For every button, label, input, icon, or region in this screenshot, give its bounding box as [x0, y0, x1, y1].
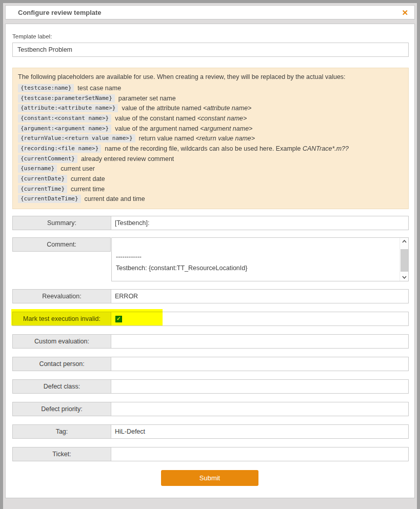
placeholder-description: return value named <return value name> — [139, 135, 255, 142]
close-icon[interactable]: ✕ — [402, 9, 408, 16]
mark-invalid-label: Mark test execution invalid: — [13, 312, 111, 325]
placeholder-intro-text: The following placeholders are available… — [18, 73, 403, 82]
placeholder-description: name of the recording file, wildcards ca… — [105, 145, 349, 152]
placeholder-item: {recording:<file name>} name of the reco… — [18, 144, 403, 154]
contact-person-input[interactable] — [111, 357, 408, 371]
placeholder-description: parameter set name — [118, 95, 176, 102]
placeholder-description: test case name — [77, 85, 121, 92]
placeholder-item: {testcase:name} test case name — [18, 83, 403, 93]
scroll-up-icon[interactable] — [400, 238, 409, 245]
row-defect-class: Defect class: — [12, 379, 409, 394]
placeholder-description: value of the constant named <constant na… — [115, 115, 247, 122]
placeholder-chip: {username} — [18, 165, 57, 173]
comment-text[interactable]: ------------ Testbench: {constant:TT_Res… — [112, 238, 399, 281]
row-summary: Summary: — [12, 216, 409, 230]
tag-input[interactable] — [111, 425, 408, 438]
placeholder-help-box: The following placeholders are available… — [12, 68, 409, 209]
row-tag: Tag: — [12, 424, 409, 439]
row-reevaluation: Reevaluation: — [12, 289, 409, 303]
placeholder-description: value of the attribute named <attribute … — [122, 105, 251, 112]
custom-evaluation-label: Custom evaluation: — [13, 335, 111, 348]
placeholder-item: {currentComment} already entered review … — [18, 154, 403, 164]
placeholder-item: {attribute:<attribute name>} value of th… — [18, 103, 403, 113]
dialog-title: Configure review template — [18, 9, 102, 16]
placeholder-item: {currentDate} current date — [18, 174, 403, 184]
placeholder-chip: {constant:<constant name>} — [18, 114, 111, 123]
contact-person-label: Contact person: — [13, 357, 111, 371]
reevaluation-input[interactable] — [111, 290, 408, 303]
mark-invalid-checkbox[interactable]: ✓ — [115, 316, 122, 322]
placeholder-description: current date — [71, 175, 105, 182]
template-label-caption: Template label: — [12, 33, 52, 39]
defect-class-label: Defect class: — [13, 380, 111, 393]
dialog-body: Template label: The following placeholde… — [5, 24, 415, 498]
placeholder-item: {testcase:parameterSetName} parameter se… — [18, 93, 403, 104]
placeholder-item: {returnValue:<return value name>} return… — [18, 133, 403, 144]
placeholder-chip: {testcase:name} — [18, 84, 74, 92]
ticket-input[interactable] — [111, 447, 408, 461]
summary-input[interactable] — [111, 216, 408, 230]
placeholder-chip: {currentComment} — [18, 155, 77, 163]
tag-label: Tag: — [13, 425, 111, 438]
placeholder-description: value of the argument named <argument na… — [115, 125, 252, 132]
placeholder-chip: {currentTime} — [18, 185, 67, 193]
dialog-titlebar: Configure review template ✕ — [5, 5, 415, 19]
defect-priority-input[interactable] — [111, 402, 408, 416]
placeholder-description: current time — [71, 186, 105, 193]
comment-scrollbar[interactable] — [399, 238, 408, 281]
custom-evaluation-input[interactable] — [111, 335, 408, 348]
placeholder-description: current user — [61, 165, 95, 172]
defect-class-input[interactable] — [111, 380, 408, 393]
defect-priority-label: Defect priority: — [13, 402, 111, 416]
row-mark-invalid: Mark test execution invalid: ✓ — [12, 312, 409, 326]
placeholder-item: {username} current user — [18, 164, 403, 174]
submit-button[interactable]: Submit — [161, 470, 258, 486]
row-contact-person: Contact person: — [12, 357, 409, 371]
placeholder-item: {argument:<argument name>} value of the … — [18, 124, 403, 134]
placeholder-chip: {testcase:parameterSetName} — [18, 94, 115, 103]
row-ticket: Ticket: — [12, 447, 409, 461]
configure-review-template-dialog: Configure review template ✕ Template lab… — [0, 0, 420, 509]
placeholder-description: current date and time — [85, 195, 145, 202]
template-label-input[interactable] — [12, 43, 409, 57]
placeholder-description: already entered review comment — [81, 155, 174, 162]
summary-label: Summary: — [13, 216, 111, 230]
ticket-label: Ticket: — [13, 447, 111, 461]
placeholder-chip: {returnValue:<return value name>} — [18, 134, 135, 142]
placeholder-chip: {attribute:<attribute name>} — [18, 104, 118, 112]
placeholder-chip: {recording:<file name>} — [18, 145, 101, 153]
comment-textarea[interactable]: ------------ Testbench: {constant:TT_Res… — [111, 237, 409, 281]
placeholder-chip: {currentDateTime} — [18, 195, 81, 203]
placeholder-chip: {currentDate} — [18, 175, 67, 183]
placeholder-chip: {argument:<argument name>} — [18, 125, 111, 133]
scroll-down-icon[interactable] — [400, 274, 409, 281]
reevaluation-label: Reevaluation: — [13, 290, 111, 303]
checkmark-icon: ✓ — [116, 316, 121, 321]
scrollbar-thumb[interactable] — [401, 249, 408, 272]
placeholder-item: {currentDateTime} current date and time — [18, 194, 403, 205]
placeholder-list: {testcase:name} test case name {testcase… — [18, 83, 403, 204]
row-defect-priority: Defect priority: — [12, 402, 409, 416]
row-custom-evaluation: Custom evaluation: — [12, 334, 409, 349]
placeholder-item: {constant:<constant name>} value of the … — [18, 113, 403, 124]
placeholder-item: {currentTime} current time — [18, 184, 403, 194]
comment-label: Comment: — [12, 237, 111, 252]
